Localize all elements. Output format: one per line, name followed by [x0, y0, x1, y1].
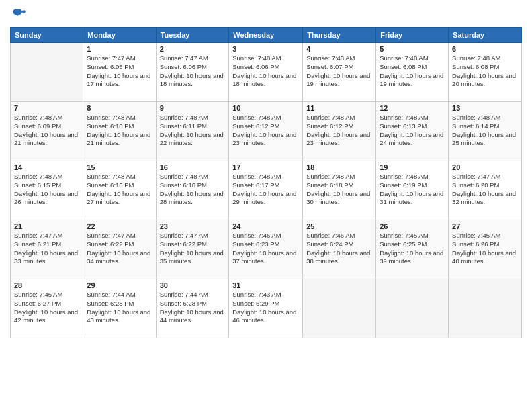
- daylight-label: Daylight: 10 hours and 25 minutes.: [452, 131, 516, 147]
- day-info: Sunrise: 7:48 AM Sunset: 6:10 PM Dayligh…: [87, 113, 152, 148]
- daylight-label: Daylight: 10 hours and 24 minutes.: [380, 131, 443, 147]
- sunset-label: Sunset: 6:14 PM: [452, 122, 499, 130]
- logo: [10, 7, 29, 23]
- week-row-5: 28 Sunrise: 7:45 AM Sunset: 6:27 PM Dayl…: [11, 279, 522, 338]
- day-info: Sunrise: 7:46 AM Sunset: 6:24 PM Dayligh…: [306, 232, 372, 266]
- calendar-cell: 5 Sunrise: 7:48 AM Sunset: 6:08 PM Dayli…: [376, 43, 449, 102]
- daylight-label: Daylight: 10 hours and 26 minutes.: [14, 190, 78, 206]
- daylight-label: Daylight: 10 hours and 20 minutes.: [452, 72, 516, 88]
- sunset-label: Sunset: 6:08 PM: [452, 63, 499, 71]
- day-number: 21: [14, 222, 79, 230]
- sunrise-label: Sunrise: 7:48 AM: [160, 113, 208, 121]
- calendar-cell: 30 Sunrise: 7:44 AM Sunset: 6:28 PM Dayl…: [156, 279, 229, 338]
- daylight-label: Daylight: 10 hours and 18 minutes.: [160, 72, 224, 88]
- calendar-cell: 20 Sunrise: 7:47 AM Sunset: 6:20 PM Dayl…: [449, 161, 522, 220]
- sunrise-label: Sunrise: 7:48 AM: [232, 113, 281, 121]
- calendar-cell: 21 Sunrise: 7:47 AM Sunset: 6:21 PM Dayl…: [11, 220, 83, 279]
- sunset-label: Sunset: 6:25 PM: [380, 240, 427, 248]
- day-info: Sunrise: 7:48 AM Sunset: 6:13 PM Dayligh…: [380, 113, 445, 148]
- weekday-header-saturday: Saturday: [449, 28, 522, 43]
- day-number: 12: [380, 104, 445, 112]
- page: SundayMondayTuesdayWednesdayThursdayFrid…: [0, 0, 532, 411]
- logo-bird-icon: [10, 7, 26, 23]
- sunrise-label: Sunrise: 7:48 AM: [380, 54, 428, 62]
- sunrise-label: Sunrise: 7:43 AM: [232, 291, 281, 298]
- day-number: 1: [87, 45, 152, 53]
- weekday-header-sunday: Sunday: [11, 28, 83, 43]
- day-number: 10: [232, 104, 299, 112]
- daylight-label: Daylight: 10 hours and 28 minutes.: [160, 190, 224, 206]
- daylight-label: Daylight: 10 hours and 39 minutes.: [380, 249, 443, 265]
- day-number: 11: [306, 104, 372, 112]
- day-number: 31: [232, 281, 299, 289]
- sunset-label: Sunset: 6:23 PM: [232, 240, 279, 248]
- sunset-label: Sunset: 6:16 PM: [87, 181, 134, 189]
- daylight-label: Daylight: 10 hours and 42 minutes.: [14, 308, 78, 324]
- calendar-cell: 1 Sunrise: 7:47 AM Sunset: 6:05 PM Dayli…: [83, 43, 156, 102]
- daylight-label: Daylight: 10 hours and 38 minutes.: [306, 249, 370, 265]
- header: [10, 7, 522, 23]
- calendar-cell: 15 Sunrise: 7:48 AM Sunset: 6:16 PM Dayl…: [83, 161, 156, 220]
- sunset-label: Sunset: 6:05 PM: [87, 63, 134, 71]
- day-number: 25: [306, 222, 372, 230]
- day-info: Sunrise: 7:44 AM Sunset: 6:28 PM Dayligh…: [160, 291, 226, 325]
- calendar-cell: [376, 279, 449, 338]
- day-info: Sunrise: 7:48 AM Sunset: 6:06 PM Dayligh…: [232, 54, 299, 89]
- day-info: Sunrise: 7:48 AM Sunset: 6:19 PM Dayligh…: [380, 173, 445, 207]
- daylight-label: Daylight: 10 hours and 40 minutes.: [452, 249, 516, 265]
- day-info: Sunrise: 7:47 AM Sunset: 6:06 PM Dayligh…: [160, 54, 226, 89]
- day-info: Sunrise: 7:48 AM Sunset: 6:09 PM Dayligh…: [14, 113, 79, 148]
- day-info: Sunrise: 7:48 AM Sunset: 6:12 PM Dayligh…: [232, 113, 299, 148]
- day-info: Sunrise: 7:47 AM Sunset: 6:22 PM Dayligh…: [87, 232, 152, 266]
- sunset-label: Sunset: 6:21 PM: [14, 240, 61, 248]
- day-number: 9: [160, 104, 226, 112]
- sunrise-label: Sunrise: 7:47 AM: [87, 54, 135, 62]
- sunset-label: Sunset: 6:19 PM: [380, 181, 427, 189]
- day-number: 14: [14, 163, 79, 171]
- day-number: 15: [87, 163, 152, 171]
- week-row-1: 1 Sunrise: 7:47 AM Sunset: 6:05 PM Dayli…: [11, 43, 522, 102]
- week-row-4: 21 Sunrise: 7:47 AM Sunset: 6:21 PM Dayl…: [11, 220, 522, 279]
- weekday-header-row: SundayMondayTuesdayWednesdayThursdayFrid…: [11, 28, 522, 43]
- day-number: 2: [160, 45, 226, 53]
- daylight-label: Daylight: 10 hours and 23 minutes.: [232, 131, 296, 147]
- daylight-label: Daylight: 10 hours and 17 minutes.: [87, 72, 150, 88]
- sunrise-label: Sunrise: 7:48 AM: [14, 173, 62, 180]
- calendar-cell: [11, 43, 83, 102]
- day-number: 26: [380, 222, 445, 230]
- sunrise-label: Sunrise: 7:48 AM: [380, 113, 428, 121]
- daylight-label: Daylight: 10 hours and 19 minutes.: [306, 72, 370, 88]
- calendar-cell: 19 Sunrise: 7:48 AM Sunset: 6:19 PM Dayl…: [376, 161, 449, 220]
- day-number: 17: [232, 163, 299, 171]
- day-info: Sunrise: 7:48 AM Sunset: 6:08 PM Dayligh…: [452, 54, 518, 89]
- sunrise-label: Sunrise: 7:46 AM: [232, 232, 281, 239]
- sunrise-label: Sunrise: 7:48 AM: [452, 113, 500, 121]
- day-number: 3: [232, 45, 299, 53]
- sunset-label: Sunset: 6:06 PM: [232, 63, 279, 71]
- day-number: 28: [14, 281, 79, 289]
- day-number: 24: [232, 222, 299, 230]
- calendar-cell: 7 Sunrise: 7:48 AM Sunset: 6:09 PM Dayli…: [11, 102, 83, 161]
- calendar-cell: 10 Sunrise: 7:48 AM Sunset: 6:12 PM Dayl…: [229, 102, 303, 161]
- calendar-cell: 13 Sunrise: 7:48 AM Sunset: 6:14 PM Dayl…: [449, 102, 522, 161]
- day-info: Sunrise: 7:47 AM Sunset: 6:05 PM Dayligh…: [87, 54, 152, 89]
- sunrise-label: Sunrise: 7:48 AM: [232, 54, 281, 62]
- calendar-cell: 9 Sunrise: 7:48 AM Sunset: 6:11 PM Dayli…: [156, 102, 229, 161]
- sunrise-label: Sunrise: 7:48 AM: [306, 54, 355, 62]
- sunrise-label: Sunrise: 7:48 AM: [380, 173, 428, 180]
- calendar-cell: 25 Sunrise: 7:46 AM Sunset: 6:24 PM Dayl…: [303, 220, 376, 279]
- sunrise-label: Sunrise: 7:44 AM: [160, 291, 208, 298]
- day-info: Sunrise: 7:48 AM Sunset: 6:12 PM Dayligh…: [306, 113, 372, 148]
- daylight-label: Daylight: 10 hours and 37 minutes.: [232, 249, 296, 265]
- daylight-label: Daylight: 10 hours and 35 minutes.: [160, 249, 224, 265]
- daylight-label: Daylight: 10 hours and 27 minutes.: [87, 190, 150, 206]
- sunrise-label: Sunrise: 7:48 AM: [306, 173, 355, 180]
- day-number: 7: [14, 104, 79, 112]
- sunrise-label: Sunrise: 7:44 AM: [87, 291, 135, 298]
- sunset-label: Sunset: 6:07 PM: [306, 63, 353, 71]
- sunrise-label: Sunrise: 7:45 AM: [452, 232, 500, 239]
- day-info: Sunrise: 7:45 AM Sunset: 6:26 PM Dayligh…: [452, 232, 518, 266]
- calendar-cell: 4 Sunrise: 7:48 AM Sunset: 6:07 PM Dayli…: [303, 43, 376, 102]
- daylight-label: Daylight: 10 hours and 31 minutes.: [380, 190, 443, 206]
- sunrise-label: Sunrise: 7:46 AM: [306, 232, 355, 239]
